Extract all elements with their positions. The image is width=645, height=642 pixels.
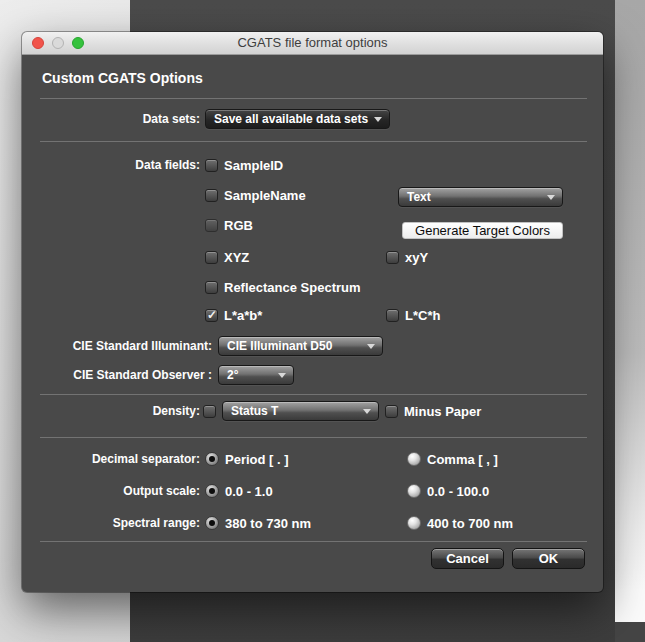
radio-comma[interactable]: Comma [ , ] bbox=[407, 451, 498, 467]
checkbox-sampleid[interactable]: SampleID bbox=[205, 157, 283, 173]
data-sets-label: Data sets: bbox=[22, 109, 200, 129]
minus-paper-label: Minus Paper bbox=[404, 404, 481, 419]
radio-range-400[interactable]: 400 to 700 nm bbox=[407, 515, 513, 531]
data-fields-label: Data fields: bbox=[22, 157, 200, 173]
chevron-down-icon bbox=[363, 409, 371, 414]
titlebar[interactable]: CGATS file format options bbox=[22, 32, 603, 55]
checkbox-samplename[interactable]: SampleName bbox=[205, 187, 306, 203]
xyy-checkbox[interactable] bbox=[386, 251, 399, 264]
separator bbox=[40, 141, 587, 142]
range-380-radio[interactable] bbox=[205, 516, 219, 530]
cie-observer-dropdown-value: 2° bbox=[227, 368, 238, 382]
checkbox-xyz[interactable]: XYZ bbox=[205, 249, 249, 265]
scale-1-radio[interactable] bbox=[205, 484, 219, 498]
scale-1-label: 0.0 - 1.0 bbox=[225, 484, 273, 499]
xyz-label: XYZ bbox=[224, 250, 249, 265]
name-format-dropdown-value: Text bbox=[407, 190, 431, 204]
spectral-range-label: Spectral range: bbox=[22, 515, 200, 531]
page-title: Custom CGATS Options bbox=[42, 70, 203, 86]
dialog-body: Custom CGATS Options Data sets: Save all… bbox=[22, 55, 603, 592]
cie-illuminant-label: CIE Standard Illuminant: bbox=[22, 336, 212, 356]
checkbox-lab[interactable]: L*a*b* bbox=[205, 307, 262, 323]
comma-label: Comma [ , ] bbox=[427, 452, 498, 467]
radio-range-380[interactable]: 380 to 730 nm bbox=[205, 515, 311, 531]
desktop-right-strip bbox=[615, 0, 645, 642]
checkbox-xyy[interactable]: xyY bbox=[386, 249, 428, 265]
radio-period[interactable]: Period [ . ] bbox=[205, 451, 289, 467]
ok-button[interactable]: OK bbox=[512, 548, 585, 569]
chevron-down-icon bbox=[367, 344, 375, 349]
cie-observer-dropdown[interactable]: 2° bbox=[218, 365, 294, 385]
chevron-down-icon bbox=[374, 117, 382, 122]
range-380-label: 380 to 730 nm bbox=[225, 516, 311, 531]
generate-target-colors-button[interactable]: Generate Target Colors bbox=[402, 222, 563, 239]
scale-100-radio[interactable] bbox=[407, 484, 421, 498]
range-400-radio[interactable] bbox=[407, 516, 421, 530]
lch-checkbox[interactable] bbox=[386, 309, 399, 322]
xyy-label: xyY bbox=[405, 250, 428, 265]
comma-radio[interactable] bbox=[407, 452, 421, 466]
range-400-label: 400 to 700 nm bbox=[427, 516, 513, 531]
cie-observer-label: CIE Standard Observer : bbox=[22, 365, 212, 385]
separator bbox=[40, 394, 587, 395]
desktop-right-strip-bottom bbox=[615, 622, 645, 642]
window-title: CGATS file format options bbox=[22, 32, 603, 54]
lab-label: L*a*b* bbox=[224, 308, 262, 323]
cie-illuminant-dropdown-value: CIE Illuminant D50 bbox=[227, 339, 332, 353]
chevron-down-icon bbox=[278, 373, 286, 378]
radio-scale-100[interactable]: 0.0 - 100.0 bbox=[407, 483, 489, 499]
checkbox-rgb[interactable]: RGB bbox=[205, 217, 253, 233]
rgb-checkbox[interactable] bbox=[205, 219, 218, 232]
separator bbox=[40, 98, 587, 99]
separator bbox=[40, 541, 587, 542]
decimal-separator-label: Decimal separator: bbox=[22, 451, 200, 467]
sampleid-label: SampleID bbox=[224, 158, 283, 173]
reflectance-label: Reflectance Spectrum bbox=[224, 280, 361, 295]
period-label: Period [ . ] bbox=[225, 452, 289, 467]
sampleid-checkbox[interactable] bbox=[205, 159, 218, 172]
samplename-label: SampleName bbox=[224, 188, 306, 203]
separator bbox=[40, 437, 587, 438]
radio-scale-1[interactable]: 0.0 - 1.0 bbox=[205, 483, 273, 499]
xyz-checkbox[interactable] bbox=[205, 251, 218, 264]
checkbox-reflectance[interactable]: Reflectance Spectrum bbox=[205, 279, 361, 295]
period-radio[interactable] bbox=[205, 452, 219, 466]
output-scale-label: Output scale: bbox=[22, 483, 200, 499]
samplename-checkbox[interactable] bbox=[205, 189, 218, 202]
data-sets-dropdown-value: Save all available data sets bbox=[214, 112, 368, 126]
density-label: Density: bbox=[22, 401, 200, 421]
rgb-label: RGB bbox=[224, 218, 253, 233]
checkbox-lch[interactable]: L*C*h bbox=[386, 307, 440, 323]
density-checkbox[interactable] bbox=[203, 405, 216, 418]
name-format-dropdown[interactable]: Text bbox=[398, 187, 563, 207]
reflectance-checkbox[interactable] bbox=[205, 281, 218, 294]
checkbox-minus-paper[interactable]: Minus Paper bbox=[385, 403, 481, 419]
chevron-down-icon bbox=[547, 195, 555, 200]
data-sets-dropdown[interactable]: Save all available data sets bbox=[205, 109, 390, 129]
lab-checkbox[interactable] bbox=[205, 309, 218, 322]
scale-100-label: 0.0 - 100.0 bbox=[427, 484, 489, 499]
density-dropdown-value: Status T bbox=[231, 404, 278, 418]
density-dropdown[interactable]: Status T bbox=[222, 401, 379, 421]
cancel-button[interactable]: Cancel bbox=[431, 548, 504, 569]
cie-illuminant-dropdown[interactable]: CIE Illuminant D50 bbox=[218, 336, 383, 356]
lch-label: L*C*h bbox=[405, 308, 440, 323]
minus-paper-checkbox[interactable] bbox=[385, 405, 398, 418]
cgats-options-dialog: CGATS file format options Custom CGATS O… bbox=[22, 32, 603, 592]
